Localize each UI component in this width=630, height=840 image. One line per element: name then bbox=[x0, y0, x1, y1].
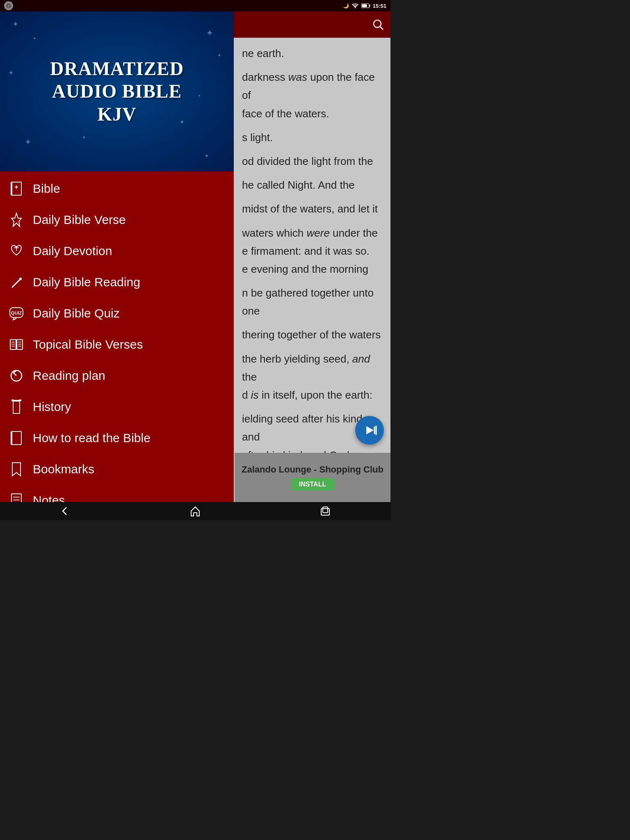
menu-item-daily-devotion[interactable]: Daily Devotion bbox=[0, 235, 234, 267]
bottom-nav bbox=[0, 502, 390, 520]
content-area: ne earth. darkness was upon the face off… bbox=[234, 11, 390, 502]
svg-rect-28 bbox=[11, 431, 21, 445]
menu-label-bookmarks: Bookmarks bbox=[33, 462, 94, 476]
notes-icon bbox=[8, 492, 25, 502]
svg-rect-27 bbox=[19, 399, 21, 401]
star-deco: ✦ bbox=[25, 137, 32, 147]
menu-label-topical: Topical Bible Verses bbox=[33, 338, 143, 352]
audio-fab[interactable] bbox=[355, 416, 384, 445]
svg-rect-43 bbox=[323, 507, 328, 513]
star-deco: ✦ bbox=[206, 28, 213, 39]
menu-label-how-to-read: How to read the Bible bbox=[33, 431, 151, 445]
svg-marker-39 bbox=[366, 426, 374, 434]
svg-rect-24 bbox=[13, 400, 20, 413]
reading-icon bbox=[8, 274, 25, 290]
star-deco: ✦ bbox=[82, 135, 86, 140]
back-button[interactable] bbox=[49, 502, 82, 520]
howto-icon bbox=[8, 430, 25, 446]
history-icon bbox=[8, 399, 25, 415]
content-toolbar bbox=[234, 11, 390, 38]
svg-rect-4 bbox=[369, 5, 370, 7]
drawer-menu: Bible Daily Bible Verse bbox=[0, 171, 234, 502]
main-layout: ✦ ✦ ✦ ✦ ✦ ✦ ✦ ✦ ✦ ✦ DRAMATIZEDAUDIO BIBL… bbox=[0, 11, 390, 502]
menu-label-devotion: Daily Devotion bbox=[33, 244, 112, 258]
bookmark-icon bbox=[8, 461, 25, 477]
svg-text:QUIZ: QUIZ bbox=[11, 310, 22, 315]
menu-item-bible[interactable]: Bible bbox=[0, 173, 234, 204]
star-deco: ✦ bbox=[12, 20, 18, 29]
bible-icon bbox=[8, 180, 25, 197]
star-deco: ✦ bbox=[204, 153, 209, 159]
app-title: DRAMATIZEDAUDIO BIBLEKJV bbox=[42, 49, 192, 134]
menu-item-history[interactable]: History bbox=[0, 391, 234, 422]
status-left: ! bbox=[4, 1, 13, 10]
time-display: 15:51 bbox=[373, 3, 386, 9]
svg-rect-30 bbox=[11, 494, 21, 502]
star-deco: ✦ bbox=[217, 52, 221, 58]
quiz-icon: QUIZ bbox=[8, 305, 25, 322]
ad-title: Zalando Lounge - Shopping Club bbox=[242, 464, 383, 475]
menu-label-bible: Bible bbox=[33, 182, 60, 196]
home-button[interactable] bbox=[179, 502, 212, 520]
menu-item-how-to-read[interactable]: How to read the Bible bbox=[0, 422, 234, 454]
ad-banner: Zalando Lounge - Shopping Club INSTALL bbox=[235, 453, 390, 502]
menu-label-verse: Daily Bible Verse bbox=[33, 213, 126, 227]
svg-point-2 bbox=[355, 7, 356, 8]
svg-rect-5 bbox=[362, 5, 367, 7]
svg-rect-26 bbox=[11, 399, 14, 401]
star-deco: ✦ bbox=[8, 69, 14, 77]
menu-item-reading-plan[interactable]: Reading plan bbox=[0, 360, 234, 391]
status-right: 🌙 15:51 bbox=[343, 3, 386, 9]
menu-item-notes[interactable]: Notes bbox=[0, 485, 234, 502]
menu-item-daily-bible-verse[interactable]: Daily Bible Verse bbox=[0, 204, 234, 235]
notification-icon: ! bbox=[4, 1, 13, 10]
menu-item-daily-bible-reading[interactable]: Daily Bible Reading bbox=[0, 267, 234, 298]
wifi-icon bbox=[352, 3, 359, 9]
menu-label-reading: Daily Bible Reading bbox=[33, 275, 140, 289]
moon-icon: 🌙 bbox=[343, 3, 349, 9]
star-deco: ✦ bbox=[33, 36, 36, 41]
menu-label-notes: Notes bbox=[33, 493, 65, 502]
battery-icon bbox=[361, 3, 370, 8]
search-button[interactable] bbox=[372, 19, 384, 30]
svg-rect-17 bbox=[17, 340, 23, 349]
plan-icon bbox=[8, 368, 25, 384]
drawer-header: ✦ ✦ ✦ ✦ ✦ ✦ ✦ ✦ ✦ ✦ DRAMATIZEDAUDIO BIBL… bbox=[0, 11, 234, 171]
recents-button[interactable] bbox=[309, 502, 342, 520]
menu-item-topical-bible-verses[interactable]: Topical Bible Verses bbox=[0, 329, 234, 360]
topical-icon bbox=[8, 336, 25, 353]
menu-label-reading-plan: Reading plan bbox=[33, 369, 105, 383]
svg-point-37 bbox=[374, 20, 381, 27]
menu-label-history: History bbox=[33, 400, 71, 414]
verse-icon bbox=[8, 212, 25, 228]
svg-rect-16 bbox=[10, 340, 16, 349]
ad-install-button[interactable]: INSTALL bbox=[291, 478, 334, 491]
menu-item-daily-bible-quiz[interactable]: QUIZ Daily Bible Quiz bbox=[0, 298, 234, 329]
svg-line-38 bbox=[380, 27, 383, 30]
drawer: ✦ ✦ ✦ ✦ ✦ ✦ ✦ ✦ ✦ ✦ DRAMATIZEDAUDIO BIBL… bbox=[0, 11, 234, 502]
menu-label-quiz: Daily Bible Quiz bbox=[33, 306, 120, 320]
svg-text:!: ! bbox=[8, 4, 9, 8]
status-bar: ! 🌙 15:51 bbox=[0, 0, 390, 11]
menu-item-bookmarks[interactable]: Bookmarks bbox=[0, 454, 234, 485]
svg-point-13 bbox=[19, 278, 22, 280]
devotion-icon bbox=[8, 243, 25, 259]
star-deco: ✦ bbox=[198, 94, 201, 98]
